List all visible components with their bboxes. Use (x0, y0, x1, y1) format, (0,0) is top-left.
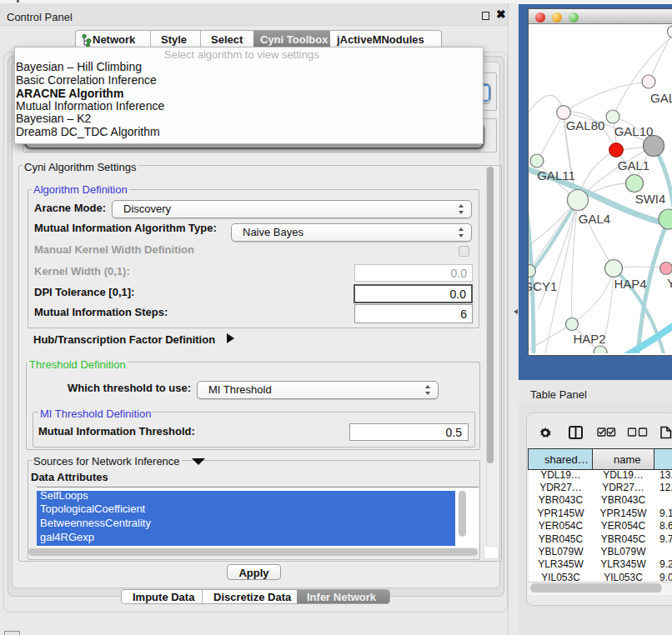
svg-text:GAL10: GAL10 (614, 124, 654, 138)
svg-text:GAL4: GAL4 (579, 212, 610, 226)
svg-text:GAL: GAL (650, 91, 672, 105)
svg-text:HAP2: HAP2 (573, 332, 605, 346)
svg-text:GCY1: GCY1 (529, 279, 557, 293)
svg-text:Y: Y (667, 276, 672, 290)
svg-text:GAL80: GAL80 (566, 118, 605, 132)
svg-text:GAL11: GAL11 (537, 168, 575, 182)
svg-text:SWI4: SWI4 (635, 192, 666, 206)
svg-text:GAL1: GAL1 (618, 158, 649, 172)
svg-text:HAP4: HAP4 (614, 277, 646, 291)
